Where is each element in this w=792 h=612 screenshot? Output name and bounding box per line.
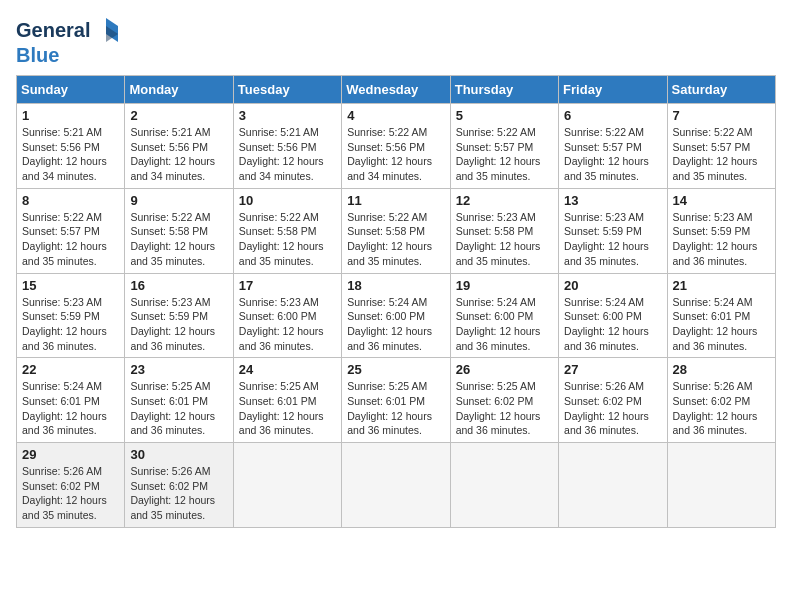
day-info: Sunrise: 5:22 AMSunset: 5:57 PMDaylight:… [564,125,661,184]
day-info: Sunrise: 5:25 AMSunset: 6:02 PMDaylight:… [456,379,553,438]
day-number: 21 [673,278,770,293]
logo: General Blue [16,16,120,67]
day-info: Sunrise: 5:21 AMSunset: 5:56 PMDaylight:… [239,125,336,184]
day-number: 2 [130,108,227,123]
calendar-cell [450,443,558,528]
calendar-week-4: 22Sunrise: 5:24 AMSunset: 6:01 PMDayligh… [17,358,776,443]
day-info: Sunrise: 5:22 AMSunset: 5:58 PMDaylight:… [239,210,336,269]
day-info: Sunrise: 5:26 AMSunset: 6:02 PMDaylight:… [673,379,770,438]
day-number: 22 [22,362,119,377]
day-header-friday: Friday [559,76,667,104]
day-number: 11 [347,193,444,208]
calendar-cell: 9Sunrise: 5:22 AMSunset: 5:58 PMDaylight… [125,188,233,273]
calendar-header-row: SundayMondayTuesdayWednesdayThursdayFrid… [17,76,776,104]
day-info: Sunrise: 5:22 AMSunset: 5:57 PMDaylight:… [456,125,553,184]
day-number: 4 [347,108,444,123]
day-info: Sunrise: 5:24 AMSunset: 6:00 PMDaylight:… [347,295,444,354]
day-number: 30 [130,447,227,462]
day-number: 15 [22,278,119,293]
page-header: General Blue [16,16,776,67]
day-info: Sunrise: 5:24 AMSunset: 6:00 PMDaylight:… [456,295,553,354]
calendar-cell: 7Sunrise: 5:22 AMSunset: 5:57 PMDaylight… [667,104,775,189]
calendar-week-1: 1Sunrise: 5:21 AMSunset: 5:56 PMDaylight… [17,104,776,189]
day-info: Sunrise: 5:22 AMSunset: 5:57 PMDaylight:… [22,210,119,269]
calendar-cell: 26Sunrise: 5:25 AMSunset: 6:02 PMDayligh… [450,358,558,443]
day-number: 17 [239,278,336,293]
day-number: 27 [564,362,661,377]
day-header-saturday: Saturday [667,76,775,104]
day-info: Sunrise: 5:22 AMSunset: 5:58 PMDaylight:… [130,210,227,269]
calendar-cell [559,443,667,528]
day-info: Sunrise: 5:23 AMSunset: 5:59 PMDaylight:… [673,210,770,269]
day-info: Sunrise: 5:22 AMSunset: 5:58 PMDaylight:… [347,210,444,269]
day-number: 5 [456,108,553,123]
day-info: Sunrise: 5:23 AMSunset: 5:59 PMDaylight:… [130,295,227,354]
logo-blue: Blue [16,44,59,67]
calendar-cell: 15Sunrise: 5:23 AMSunset: 5:59 PMDayligh… [17,273,125,358]
day-number: 18 [347,278,444,293]
day-info: Sunrise: 5:23 AMSunset: 5:58 PMDaylight:… [456,210,553,269]
day-number: 25 [347,362,444,377]
day-header-tuesday: Tuesday [233,76,341,104]
calendar-table: SundayMondayTuesdayWednesdayThursdayFrid… [16,75,776,528]
calendar-week-5: 29Sunrise: 5:26 AMSunset: 6:02 PMDayligh… [17,443,776,528]
calendar-cell: 29Sunrise: 5:26 AMSunset: 6:02 PMDayligh… [17,443,125,528]
calendar-week-2: 8Sunrise: 5:22 AMSunset: 5:57 PMDaylight… [17,188,776,273]
calendar-cell: 23Sunrise: 5:25 AMSunset: 6:01 PMDayligh… [125,358,233,443]
day-header-monday: Monday [125,76,233,104]
calendar-cell: 24Sunrise: 5:25 AMSunset: 6:01 PMDayligh… [233,358,341,443]
day-info: Sunrise: 5:23 AMSunset: 5:59 PMDaylight:… [564,210,661,269]
day-header-wednesday: Wednesday [342,76,450,104]
calendar-cell: 11Sunrise: 5:22 AMSunset: 5:58 PMDayligh… [342,188,450,273]
calendar-cell: 4Sunrise: 5:22 AMSunset: 5:56 PMDaylight… [342,104,450,189]
calendar-cell: 6Sunrise: 5:22 AMSunset: 5:57 PMDaylight… [559,104,667,189]
calendar-cell: 17Sunrise: 5:23 AMSunset: 6:00 PMDayligh… [233,273,341,358]
day-number: 26 [456,362,553,377]
day-number: 14 [673,193,770,208]
calendar-cell: 10Sunrise: 5:22 AMSunset: 5:58 PMDayligh… [233,188,341,273]
day-info: Sunrise: 5:25 AMSunset: 6:01 PMDaylight:… [130,379,227,438]
day-number: 28 [673,362,770,377]
day-info: Sunrise: 5:24 AMSunset: 6:01 PMDaylight:… [22,379,119,438]
day-info: Sunrise: 5:21 AMSunset: 5:56 PMDaylight:… [130,125,227,184]
calendar-cell: 28Sunrise: 5:26 AMSunset: 6:02 PMDayligh… [667,358,775,443]
calendar-cell: 8Sunrise: 5:22 AMSunset: 5:57 PMDaylight… [17,188,125,273]
calendar-cell: 5Sunrise: 5:22 AMSunset: 5:57 PMDaylight… [450,104,558,189]
day-info: Sunrise: 5:22 AMSunset: 5:57 PMDaylight:… [673,125,770,184]
day-info: Sunrise: 5:26 AMSunset: 6:02 PMDaylight:… [130,464,227,523]
day-header-sunday: Sunday [17,76,125,104]
day-info: Sunrise: 5:21 AMSunset: 5:56 PMDaylight:… [22,125,119,184]
day-number: 7 [673,108,770,123]
day-number: 13 [564,193,661,208]
calendar-cell: 3Sunrise: 5:21 AMSunset: 5:56 PMDaylight… [233,104,341,189]
day-number: 12 [456,193,553,208]
calendar-cell: 18Sunrise: 5:24 AMSunset: 6:00 PMDayligh… [342,273,450,358]
day-number: 3 [239,108,336,123]
day-number: 16 [130,278,227,293]
day-info: Sunrise: 5:23 AMSunset: 5:59 PMDaylight:… [22,295,119,354]
calendar-cell [342,443,450,528]
calendar-cell: 1Sunrise: 5:21 AMSunset: 5:56 PMDaylight… [17,104,125,189]
calendar-cell: 12Sunrise: 5:23 AMSunset: 5:58 PMDayligh… [450,188,558,273]
day-info: Sunrise: 5:25 AMSunset: 6:01 PMDaylight:… [239,379,336,438]
day-info: Sunrise: 5:25 AMSunset: 6:01 PMDaylight:… [347,379,444,438]
logo-shape [92,16,120,44]
logo-general: General [16,19,90,42]
calendar-cell: 20Sunrise: 5:24 AMSunset: 6:00 PMDayligh… [559,273,667,358]
day-info: Sunrise: 5:22 AMSunset: 5:56 PMDaylight:… [347,125,444,184]
day-number: 8 [22,193,119,208]
day-number: 6 [564,108,661,123]
day-info: Sunrise: 5:24 AMSunset: 6:00 PMDaylight:… [564,295,661,354]
day-number: 10 [239,193,336,208]
calendar-cell [233,443,341,528]
calendar-cell: 19Sunrise: 5:24 AMSunset: 6:00 PMDayligh… [450,273,558,358]
calendar-cell: 27Sunrise: 5:26 AMSunset: 6:02 PMDayligh… [559,358,667,443]
day-header-thursday: Thursday [450,76,558,104]
day-number: 1 [22,108,119,123]
day-info: Sunrise: 5:24 AMSunset: 6:01 PMDaylight:… [673,295,770,354]
calendar-cell: 22Sunrise: 5:24 AMSunset: 6:01 PMDayligh… [17,358,125,443]
day-number: 9 [130,193,227,208]
calendar-cell [667,443,775,528]
calendar-cell: 13Sunrise: 5:23 AMSunset: 5:59 PMDayligh… [559,188,667,273]
day-number: 29 [22,447,119,462]
